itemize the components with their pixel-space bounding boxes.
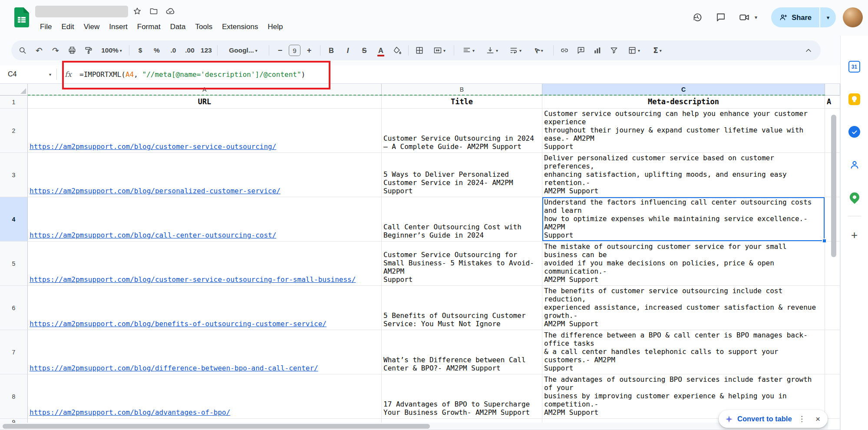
strikethrough-button[interactable]: S — [356, 43, 372, 58]
cell-d1-overflow[interactable]: A — [825, 96, 840, 109]
bold-button[interactable]: B — [323, 43, 339, 58]
google-tasks-icon[interactable] — [848, 126, 860, 138]
cell-a7-url-link[interactable]: https://am2pmsupport.com/blog/difference… — [28, 330, 382, 374]
popup-close-icon[interactable]: × — [812, 413, 824, 425]
cell-b8-title[interactable]: 17 Advantages of BPO to Supercharge Your… — [382, 374, 542, 419]
select-all-corner[interactable] — [0, 84, 28, 96]
borders-button[interactable] — [412, 43, 427, 58]
row-number-selected[interactable]: 4 — [0, 197, 28, 241]
cell-d6[interactable] — [825, 286, 840, 330]
add-addon-icon[interactable]: + — [848, 229, 860, 241]
cell-c2-meta[interactable]: Customer service outsourcing can help yo… — [542, 109, 825, 153]
horizontal-align-button[interactable]: ▾ — [457, 43, 480, 58]
format-percent-button[interactable]: % — [149, 43, 165, 58]
cell-a1-url-header[interactable]: URL — [28, 96, 382, 109]
row-number[interactable]: 8 — [0, 374, 28, 419]
font-size-input[interactable]: 9 — [289, 45, 300, 56]
font-family-select[interactable]: Googl...▾ — [221, 43, 266, 58]
document-title-redacted[interactable] — [35, 6, 128, 17]
vertical-align-button[interactable]: ▾ — [481, 43, 503, 58]
cell-a2-url-link[interactable]: https://am2pmsupport.com/blog/customer-s… — [28, 109, 382, 153]
fill-color-button[interactable] — [389, 43, 405, 58]
row-number[interactable]: 1 — [0, 96, 28, 109]
insert-link-button[interactable] — [557, 43, 572, 58]
vertical-scrollbar[interactable] — [831, 115, 836, 257]
more-formats-button[interactable]: 123 — [198, 43, 214, 58]
paint-format-button[interactable] — [81, 43, 96, 58]
google-sheets-logo-icon[interactable] — [14, 7, 29, 27]
version-history-button[interactable] — [687, 7, 708, 28]
meet-camera-button[interactable] — [734, 7, 755, 28]
merge-cells-button[interactable]: ▾ — [428, 43, 451, 58]
google-calendar-icon[interactable]: 31 — [848, 61, 860, 73]
decrease-decimal-button[interactable]: .0 — [165, 43, 181, 58]
text-rotation-button[interactable]: A▾ — [528, 43, 550, 58]
menu-item-extensions[interactable]: Extensions — [217, 21, 263, 33]
redo-button[interactable]: ↷ — [48, 43, 63, 58]
filter-views-button[interactable]: ▾ — [623, 43, 645, 58]
share-button[interactable]: Share ▾ — [771, 7, 836, 27]
italic-button[interactable]: I — [340, 43, 356, 58]
google-contacts-icon[interactable] — [848, 159, 860, 170]
menu-item-view[interactable]: View — [79, 21, 105, 33]
cell-a5-url-link[interactable]: https://am2pmsupport.com/blog/customer-s… — [28, 241, 382, 286]
share-dropdown-caret[interactable]: ▾ — [820, 7, 836, 27]
popup-more-options-icon[interactable]: ⋮ — [796, 413, 808, 425]
cell-a3-url-link[interactable]: https://am2pmsupport.com/blog/personaliz… — [28, 153, 382, 197]
menu-item-edit[interactable]: Edit — [56, 21, 79, 33]
cell-b2-title[interactable]: Customer Service Outsourcing in 2024 – A… — [382, 109, 542, 153]
format-currency-button[interactable]: $ — [132, 43, 148, 58]
horizontal-scrollbar[interactable] — [3, 424, 430, 429]
cell-c1-meta-header[interactable]: Meta-description — [542, 96, 825, 109]
functions-button[interactable]: Σ▾ — [646, 43, 669, 58]
move-folder-icon[interactable] — [146, 5, 161, 18]
row-number[interactable]: 5 — [0, 241, 28, 286]
cell-d8[interactable] — [825, 374, 840, 419]
cell-b5-title[interactable]: Customer Service Outsourcing for Small B… — [382, 241, 542, 286]
create-filter-button[interactable] — [606, 43, 622, 58]
column-header-overflow[interactable] — [825, 84, 840, 96]
cell-c5-meta[interactable]: The mistake of outsourcing customer serv… — [542, 241, 825, 286]
row-number[interactable]: 7 — [0, 330, 28, 374]
name-box[interactable]: C4 ▾ — [0, 65, 56, 83]
menu-item-tools[interactable]: Tools — [191, 21, 218, 33]
cell-c3-meta[interactable]: Deliver personalized customer service ba… — [542, 153, 825, 197]
cell-b1-title-header[interactable]: Title — [382, 96, 542, 109]
meet-dropdown-caret-icon[interactable]: ▾ — [755, 14, 757, 20]
cell-b6-title[interactable]: 5 Benefits of Outsourcing Customer Servi… — [382, 286, 542, 330]
selection-fill-handle[interactable] — [822, 238, 827, 243]
cell-d7[interactable] — [825, 330, 840, 374]
google-maps-icon[interactable] — [848, 191, 860, 203]
cell-b3-title[interactable]: 5 Ways to Deliver Personalized Customer … — [382, 153, 542, 197]
cell-a4-url-link[interactable]: https://am2pmsupport.com/blog/call-cente… — [28, 197, 382, 241]
column-header-a[interactable]: A — [28, 84, 382, 96]
convert-to-table-button[interactable]: Convert to table — [737, 415, 792, 423]
share-button-main[interactable]: Share — [771, 7, 819, 27]
comments-button[interactable] — [710, 7, 731, 28]
row-number[interactable]: 2 — [0, 109, 28, 153]
increase-decimal-button[interactable]: .00 — [182, 43, 198, 58]
menus-search-icon[interactable] — [15, 43, 30, 58]
cloud-saved-icon[interactable] — [163, 5, 178, 18]
cell-a6-url-link[interactable]: https://am2pmsupport.com/blog/benefits-o… — [28, 286, 382, 330]
increase-font-size-button[interactable]: + — [301, 43, 317, 58]
menu-item-file[interactable]: File — [35, 21, 56, 33]
text-wrap-button[interactable]: ▾ — [504, 43, 527, 58]
row-number[interactable]: 3 — [0, 153, 28, 197]
print-button[interactable] — [64, 43, 80, 58]
hide-menus-button[interactable] — [801, 43, 816, 58]
name-box-caret-icon[interactable]: ▾ — [49, 72, 51, 77]
menu-item-data[interactable]: Data — [165, 21, 191, 33]
menu-item-format[interactable]: Format — [132, 21, 165, 33]
google-keep-icon[interactable] — [848, 93, 860, 105]
cell-b7-title[interactable]: What’s the Difference between Call Cente… — [382, 330, 542, 374]
star-icon[interactable] — [130, 5, 145, 18]
insert-chart-button[interactable] — [590, 43, 605, 58]
column-header-c[interactable]: C — [542, 84, 825, 96]
formula-input[interactable]: =IMPORTXML(A4, "//meta[@name='descriptio… — [79, 70, 305, 79]
cell-b4-title[interactable]: Call Center Outsourcing Cost with Beginn… — [382, 197, 542, 241]
cell-c7-meta[interactable]: The difference between a BPO & call cent… — [542, 330, 825, 374]
text-color-button[interactable]: A — [373, 43, 389, 58]
undo-button[interactable]: ↶ — [31, 43, 47, 58]
row-number[interactable]: 6 — [0, 286, 28, 330]
